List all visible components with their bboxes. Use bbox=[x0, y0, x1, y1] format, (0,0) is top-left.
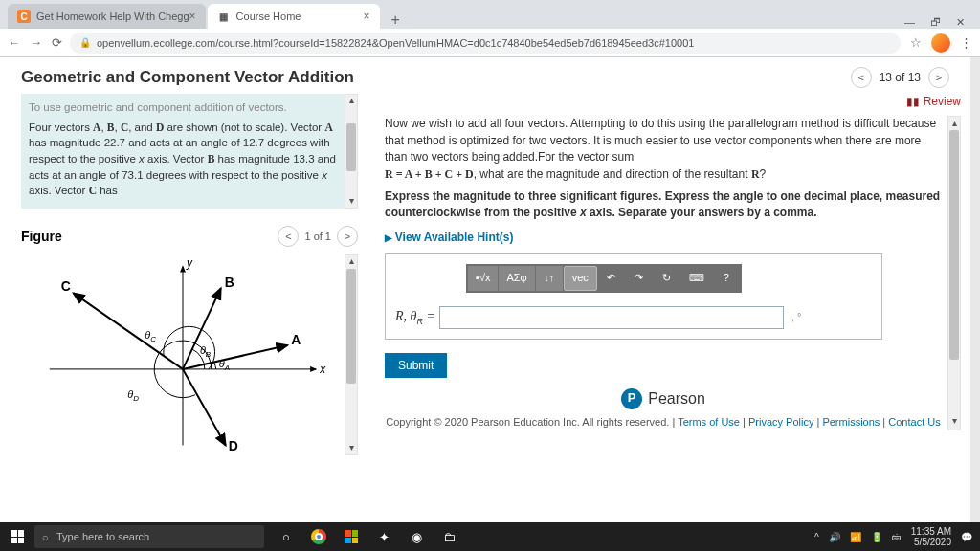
svg-text:C: C bbox=[61, 278, 71, 294]
windows-icon bbox=[11, 530, 24, 543]
svg-text:C: C bbox=[150, 335, 156, 343]
svg-line-6 bbox=[183, 288, 221, 369]
item-counter: < 13 of 13 > bbox=[851, 67, 949, 88]
redo-button[interactable]: ↷ bbox=[626, 266, 653, 291]
window-controls: — 🗗 ✕ bbox=[897, 16, 972, 29]
explorer-icon[interactable]: 🗀 bbox=[434, 522, 463, 551]
steam-icon[interactable]: ◉ bbox=[402, 522, 431, 551]
next-button[interactable]: > bbox=[928, 67, 949, 88]
vector-diagram: x y A B C D θA bbox=[21, 254, 345, 455]
svg-line-4 bbox=[183, 345, 287, 369]
taskbar-search[interactable]: ⌕ Type here to search bbox=[34, 525, 264, 548]
figure-prev[interactable]: < bbox=[278, 226, 299, 247]
maximize-button[interactable]: 🗗 bbox=[930, 16, 941, 29]
url-text: openvellum.ecollege.com/course.html?cour… bbox=[97, 37, 694, 49]
network-icon[interactable]: 📶 bbox=[850, 532, 861, 542]
url-input[interactable]: 🔒 openvellum.ecollege.com/course.html?co… bbox=[70, 33, 901, 54]
search-icon: ⌕ bbox=[42, 531, 49, 542]
figure-next[interactable]: > bbox=[337, 226, 358, 247]
tab-label: Course Home bbox=[236, 11, 301, 22]
review-link[interactable]: ▮▮ Review bbox=[385, 94, 961, 110]
figure-header: Figure < 1 of 1 > bbox=[21, 222, 358, 251]
subscript-button[interactable]: ↓↑ bbox=[536, 266, 563, 291]
svg-text:A: A bbox=[291, 332, 301, 347]
svg-line-10 bbox=[183, 369, 226, 446]
intro-scrollbar[interactable]: ▴ ▾ bbox=[345, 94, 358, 209]
counter-text: 13 of 13 bbox=[880, 71, 921, 84]
browser-tab-active[interactable]: ▦ Course Home × bbox=[208, 4, 380, 29]
page-header: Geometric and Component Vector Addition … bbox=[0, 57, 970, 94]
reset-button[interactable]: ↻ bbox=[654, 266, 680, 291]
lock-icon: 🔒 bbox=[79, 37, 91, 48]
notifications-icon[interactable]: 💬 bbox=[961, 532, 972, 542]
tray-up-icon[interactable]: ^ bbox=[814, 532, 819, 542]
battery-icon[interactable]: 🔋 bbox=[871, 532, 882, 542]
footer-link[interactable]: Permissions bbox=[822, 416, 880, 428]
pearson-icon: P bbox=[621, 388, 642, 409]
svg-text:y: y bbox=[186, 256, 193, 270]
close-window-button[interactable]: ✕ bbox=[956, 16, 965, 29]
right-panel: ▮▮ Review Now we wish to add all four ve… bbox=[364, 94, 970, 520]
intro-text: To use geometric and component addition … bbox=[21, 94, 345, 209]
minimize-button[interactable]: — bbox=[904, 16, 915, 29]
tab-label: Get Homework Help With Chegg bbox=[36, 11, 189, 22]
store-icon[interactable] bbox=[337, 522, 366, 551]
close-icon[interactable]: × bbox=[364, 10, 370, 23]
vec-button[interactable]: vec bbox=[564, 266, 597, 291]
reload-button[interactable]: ⟳ bbox=[52, 35, 62, 50]
footer-link[interactable]: Contact Us bbox=[888, 416, 940, 428]
system-tray: ^ 🔊 📶 🔋 🖮 11:35 AM 5/5/2020 💬 bbox=[807, 526, 980, 547]
submit-button[interactable]: Submit bbox=[385, 353, 447, 378]
right-scrollbar[interactable]: ▴ ▾ bbox=[947, 116, 961, 430]
forward-button[interactable]: → bbox=[30, 35, 42, 50]
left-panel: To use geometric and component addition … bbox=[0, 94, 364, 520]
help-button[interactable]: ? bbox=[713, 266, 740, 291]
footer: Copyright © 2020 Pearson Education Inc. … bbox=[385, 415, 942, 430]
answer-area: ▪√x ΑΣφ ↓↑ vec ↶ ↷ ↻ ⌨ ? R, θR = bbox=[385, 253, 882, 340]
profile-avatar[interactable] bbox=[931, 33, 950, 53]
figure-pager: 1 of 1 bbox=[304, 231, 331, 242]
figure-scrollbar[interactable]: ▴ ▾ bbox=[345, 254, 358, 455]
svg-line-8 bbox=[74, 293, 183, 369]
new-tab-button[interactable]: + bbox=[382, 11, 410, 29]
page-title: Geometric and Component Vector Addition bbox=[21, 68, 354, 87]
bookmark-icon[interactable]: ☆ bbox=[910, 35, 922, 50]
answer-input[interactable] bbox=[439, 306, 784, 329]
browser-tab[interactable]: C Get Homework Help With Chegg × bbox=[8, 4, 206, 29]
browser-tab-strip: C Get Homework Help With Chegg × ▦ Cours… bbox=[0, 0, 980, 29]
page-content: Geometric and Component Vector Addition … bbox=[0, 57, 970, 522]
clock[interactable]: 11:35 AM 5/5/2020 bbox=[911, 526, 951, 547]
view-hints[interactable]: View Available Hint(s) bbox=[385, 230, 942, 246]
address-bar: ← → ⟳ 🔒 openvellum.ecollege.com/course.h… bbox=[0, 29, 980, 57]
pearson-brand: P Pearson bbox=[385, 387, 942, 409]
back-button[interactable]: ← bbox=[8, 35, 20, 50]
input-icon[interactable]: 🖮 bbox=[892, 532, 902, 542]
unit-hint: , ° bbox=[791, 310, 802, 325]
greek-button[interactable]: ΑΣφ bbox=[499, 266, 534, 291]
search-placeholder: Type here to search bbox=[56, 531, 149, 542]
answer-label: R, θR = bbox=[395, 307, 435, 328]
close-icon[interactable]: × bbox=[189, 10, 196, 23]
svg-text:D: D bbox=[229, 438, 238, 453]
problem-text: Now we wish to add all four vectors. Att… bbox=[385, 116, 942, 183]
menu-icon[interactable]: ⋮ bbox=[960, 35, 972, 50]
start-button[interactable] bbox=[0, 530, 34, 543]
flag-icon: ▮▮ bbox=[906, 94, 920, 110]
keyboard-button[interactable]: ⌨ bbox=[681, 266, 712, 291]
equation-toolbar: ▪√x ΑΣφ ↓↑ vec ↶ ↷ ↻ ⌨ ? bbox=[466, 264, 742, 293]
footer-link[interactable]: Privacy Policy bbox=[748, 416, 813, 428]
cortana-icon[interactable]: ○ bbox=[272, 522, 301, 551]
footer-link[interactable]: Terms of Use bbox=[678, 416, 740, 428]
svg-text:x: x bbox=[319, 363, 326, 376]
svg-text:B: B bbox=[225, 275, 234, 290]
app-icon[interactable]: ✦ bbox=[369, 522, 398, 551]
volume-icon[interactable]: 🔊 bbox=[829, 532, 840, 542]
template-button[interactable]: ▪√x bbox=[468, 266, 498, 291]
chegg-icon: C bbox=[17, 10, 31, 23]
undo-button[interactable]: ↶ bbox=[598, 266, 625, 291]
prev-button[interactable]: < bbox=[851, 67, 872, 88]
chrome-icon[interactable] bbox=[304, 522, 333, 551]
taskbar: ⌕ Type here to search ○ ✦ ◉ 🗀 ^ 🔊 📶 🔋 🖮 … bbox=[0, 522, 980, 551]
svg-text:A: A bbox=[224, 364, 230, 372]
svg-text:D: D bbox=[133, 394, 139, 403]
